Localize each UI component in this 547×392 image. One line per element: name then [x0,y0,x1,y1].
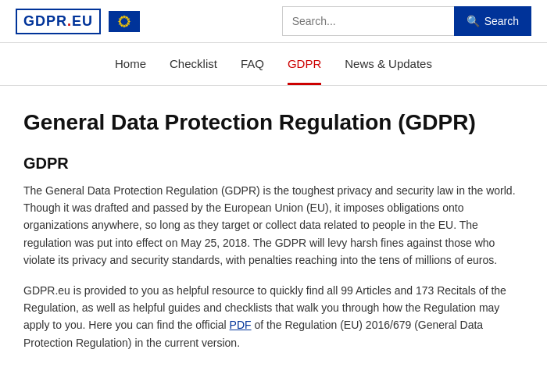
search-input[interactable] [282,6,454,36]
search-icon: 🔍 [467,15,480,27]
page-title: General Data Protection Regulation (GDPR… [23,109,524,136]
section-heading: GDPR [23,155,524,173]
logo-area: GDPR.EU [16,9,140,34]
eu-flag-icon [109,11,140,32]
pdf-link[interactable]: PDF [230,319,252,331]
main-content: General Data Protection Regulation (GDPR… [0,86,547,387]
search-area: 🔍 Search [282,6,531,36]
search-button[interactable]: 🔍 Search [454,6,531,36]
logo-text: GDPR.EU [23,13,93,29]
nav-item-home[interactable]: Home [115,57,146,85]
nav-item-news[interactable]: News & Updates [345,57,432,85]
nav-item-checklist[interactable]: Checklist [170,57,217,85]
paragraph-1: The General Data Protection Regulation (… [23,182,524,269]
paragraph-2: GDPR.eu is provided to you as helpful re… [23,282,524,352]
main-nav: Home Checklist FAQ GDPR News & Updates [0,43,547,86]
nav-item-faq[interactable]: FAQ [241,57,264,85]
search-button-label: Search [484,15,519,27]
header: GDPR.EU [0,0,547,43]
svg-rect-0 [109,11,140,32]
nav-item-gdpr[interactable]: GDPR [288,57,321,85]
logo: GDPR.EU [16,9,101,34]
